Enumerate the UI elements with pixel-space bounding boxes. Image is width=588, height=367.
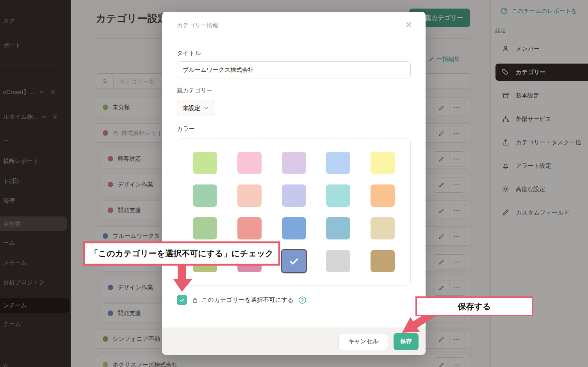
color-swatch[interactable] xyxy=(326,217,350,239)
color-field-label: カラー xyxy=(177,125,195,133)
parent-category-select[interactable]: 未設定 xyxy=(177,100,214,116)
color-swatch[interactable] xyxy=(193,152,217,174)
modal-footer: キャンセル 保存 xyxy=(162,328,426,355)
color-swatch[interactable] xyxy=(371,152,395,174)
category-title-input[interactable] xyxy=(177,61,411,78)
unselectable-checkbox[interactable] xyxy=(177,295,187,305)
save-callout-text: 保存する xyxy=(458,301,491,312)
parent-category-label: 親カテゴリー xyxy=(177,87,212,94)
parent-category-value: 未設定 xyxy=(183,105,200,112)
color-swatch[interactable] xyxy=(326,184,350,207)
save-callout: 保存する xyxy=(415,296,533,316)
cancel-button[interactable]: キャンセル xyxy=(339,333,388,350)
color-swatch[interactable] xyxy=(237,184,262,207)
modal-title: カテゴリー情報 xyxy=(177,22,218,29)
color-swatch[interactable] xyxy=(371,184,395,207)
chevron-down-icon xyxy=(204,106,208,110)
color-swatch[interactable] xyxy=(237,152,262,174)
checkbox-callout-text: 「このカテゴリーを選択不可にする」にチェック xyxy=(90,248,273,259)
save-button[interactable]: 保存 xyxy=(394,333,419,350)
help-icon[interactable] xyxy=(298,296,306,304)
checkbox-callout: 「このカテゴリーを選択不可にする」にチェック xyxy=(83,241,280,266)
lock-icon xyxy=(192,297,198,303)
color-swatch[interactable] xyxy=(282,217,306,239)
category-info-modal: カテゴリー情報 ✕ タイトル 親カテゴリー 未設定 カラー xyxy=(162,12,426,355)
title-field-label: タイトル xyxy=(177,50,201,57)
color-swatch[interactable] xyxy=(282,152,306,174)
color-swatch[interactable] xyxy=(237,217,262,239)
color-swatch[interactable] xyxy=(282,250,306,272)
color-swatch[interactable] xyxy=(371,250,395,272)
check-icon xyxy=(282,250,306,272)
close-icon[interactable]: ✕ xyxy=(403,20,415,30)
color-swatch[interactable] xyxy=(193,184,217,207)
unselectable-checkbox-row: このカテゴリーを選択不可にする xyxy=(177,295,306,305)
color-swatch[interactable] xyxy=(282,184,306,207)
unselectable-checkbox-label: このカテゴリーを選択不可にする xyxy=(201,296,294,304)
color-swatch[interactable] xyxy=(193,217,217,239)
color-swatch[interactable] xyxy=(371,217,395,239)
screen: スク ポート xyxy=(0,0,588,367)
color-swatch[interactable] xyxy=(326,152,350,174)
color-swatch[interactable] xyxy=(326,250,350,272)
